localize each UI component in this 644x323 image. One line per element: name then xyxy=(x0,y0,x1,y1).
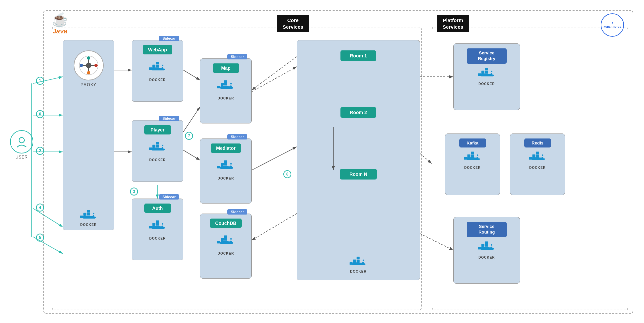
svg-rect-81 xyxy=(529,157,532,160)
svg-rect-79 xyxy=(471,151,474,154)
svg-rect-39 xyxy=(217,86,220,88)
map-label: Map xyxy=(213,63,239,73)
mediator-docker-label: DOCKER xyxy=(218,177,234,180)
arrow-badge-8: 8 xyxy=(283,170,291,178)
svg-point-7 xyxy=(87,56,90,60)
svg-rect-71 xyxy=(485,70,488,73)
webapp-docker-label: DOCKER xyxy=(149,78,166,82)
proxy-docker-label: DOCKER xyxy=(80,223,97,227)
arrow-badge-2: 2 xyxy=(36,147,44,155)
svg-point-73 xyxy=(491,70,493,72)
webapp-docker-icon xyxy=(147,56,168,78)
java-cup-icon: ☕ xyxy=(52,12,68,27)
auth-label: Auth xyxy=(144,204,171,213)
svg-rect-65 xyxy=(357,257,360,259)
svg-rect-36 xyxy=(156,223,159,226)
couchdb-docker-label: DOCKER xyxy=(218,252,234,255)
svg-rect-64 xyxy=(357,260,360,262)
user-label: USER xyxy=(15,155,28,159)
proxy-docker: DOCKER xyxy=(79,208,99,227)
svg-point-80 xyxy=(477,154,478,156)
svg-point-24 xyxy=(162,65,163,66)
svg-rect-58 xyxy=(224,235,227,238)
player-card: Sidecar Player DOCKER xyxy=(132,120,183,182)
player-label: Player xyxy=(144,125,171,134)
arrow-badge-1: 1 xyxy=(36,77,44,85)
svg-point-52 xyxy=(230,163,232,165)
svg-rect-88 xyxy=(478,247,481,250)
svg-point-45 xyxy=(230,83,232,85)
kafka-label: Kafka xyxy=(459,138,486,147)
arrow-badge-6: 6 xyxy=(36,110,44,118)
auth-docker-icon xyxy=(147,215,168,237)
svg-rect-30 xyxy=(156,142,159,144)
webapp-label: WebApp xyxy=(143,45,172,54)
player-docker-icon xyxy=(147,136,168,158)
map-docker-label: DOCKER xyxy=(218,96,234,100)
user-avatar xyxy=(10,130,33,153)
arrow-badge-3: 3 xyxy=(130,188,138,196)
svg-point-87 xyxy=(542,154,543,156)
svg-rect-43 xyxy=(224,83,227,86)
svg-point-94 xyxy=(491,244,493,246)
map-card: Sidecar Map DOCKER xyxy=(200,58,252,123)
mediator-card: Sidecar Mediator DOCKER xyxy=(200,138,252,204)
map-sidecar-badge: Sidecar xyxy=(227,54,247,59)
svg-rect-16 xyxy=(87,210,90,213)
svg-rect-46 xyxy=(217,166,220,169)
service-routing-docker-label: DOCKER xyxy=(478,256,495,259)
couchdb-label: CouchDB xyxy=(210,219,242,228)
svg-rect-32 xyxy=(149,226,152,229)
svg-rect-37 xyxy=(156,220,159,223)
rooms-docker-label: DOCKER xyxy=(350,270,366,273)
svg-rect-67 xyxy=(478,73,481,76)
auth-docker-label: DOCKER xyxy=(149,237,166,240)
proxy-box: PROXY DOCKER xyxy=(63,40,114,230)
arrow-badge-7: 7 xyxy=(185,132,193,140)
svg-rect-23 xyxy=(156,62,159,64)
svg-point-38 xyxy=(162,223,163,225)
map-docker-icon xyxy=(215,75,237,96)
svg-point-8 xyxy=(87,71,90,74)
proxy-icon xyxy=(74,50,104,80)
couchdb-card: Sidecar CouchDB DOCKER xyxy=(200,214,252,279)
kafka-docker-icon xyxy=(463,149,483,166)
couchdb-sidecar-badge: Sidecar xyxy=(227,209,247,215)
redis-docker-label: DOCKER xyxy=(529,166,546,170)
player-sidecar-badge: Sidecar xyxy=(159,116,179,121)
svg-point-66 xyxy=(363,260,364,261)
core-services-label: CoreServices xyxy=(277,15,309,32)
platform-services-label: PlatformServices xyxy=(437,15,469,32)
redis-label: Redis xyxy=(524,138,551,147)
mediator-label: Mediator xyxy=(211,143,241,153)
svg-rect-50 xyxy=(224,163,227,166)
svg-rect-22 xyxy=(156,65,159,67)
arrow-badge-4: 4 xyxy=(36,204,44,212)
diagram-container: ☕ Java ✦KUBERNETES CoreServices Platform… xyxy=(0,0,644,323)
svg-rect-72 xyxy=(485,68,488,70)
svg-point-0 xyxy=(19,137,24,143)
svg-point-17 xyxy=(93,213,94,215)
service-routing-docker-icon xyxy=(477,239,497,256)
svg-rect-57 xyxy=(224,238,227,241)
svg-rect-18 xyxy=(149,67,152,70)
svg-rect-85 xyxy=(536,154,539,157)
svg-point-59 xyxy=(230,238,232,240)
svg-rect-44 xyxy=(224,80,227,83)
svg-rect-53 xyxy=(217,241,220,244)
rooms-docker-icon xyxy=(348,255,368,270)
service-routing-label: ServiceRouting xyxy=(467,222,507,237)
room1-label: Room 1 xyxy=(340,50,376,61)
svg-rect-51 xyxy=(224,160,227,163)
svg-point-9 xyxy=(80,64,83,67)
svg-rect-25 xyxy=(149,147,152,150)
arrow-badge-5: 5 xyxy=(36,234,44,242)
svg-rect-29 xyxy=(156,145,159,147)
auth-card: Sidecar Auth DOCKER xyxy=(132,199,183,260)
kafka-card: Kafka DOCKER xyxy=(445,133,500,195)
svg-rect-11 xyxy=(80,216,83,218)
service-registry-card: ServiceRegistry DOCKER xyxy=(453,43,520,110)
svg-rect-92 xyxy=(485,244,488,247)
auth-sidecar-badge: Sidecar xyxy=(159,194,179,200)
service-routing-card: ServiceRouting DOCKER xyxy=(453,217,520,284)
